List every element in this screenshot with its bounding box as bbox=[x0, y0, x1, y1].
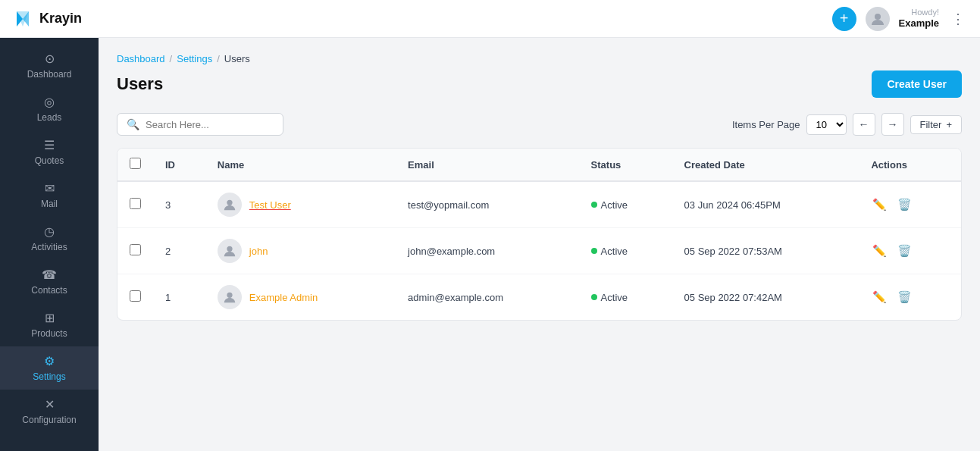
toolbar: 🔍 Items Per Page 10 25 50 ← → Filter + bbox=[117, 113, 962, 136]
row-checkbox-0[interactable] bbox=[130, 198, 141, 209]
edit-button-1[interactable]: ✏️ bbox=[871, 243, 888, 259]
sidebar: ⊙ Dashboard ◎ Leads ☰ Quotes ✉ Mail ◷ Ac… bbox=[0, 38, 99, 451]
status-label: Active bbox=[601, 199, 628, 211]
delete-button-0[interactable]: 🗑️ bbox=[896, 196, 913, 213]
row-id: 3 bbox=[153, 181, 205, 228]
row-checkbox-cell bbox=[117, 274, 153, 321]
row-user-name[interactable]: Test User bbox=[249, 199, 291, 211]
header-email: Email bbox=[396, 149, 579, 181]
row-email: admin@example.com bbox=[396, 274, 579, 321]
status-dot bbox=[591, 294, 597, 300]
search-icon: 🔍 bbox=[127, 118, 139, 130]
row-name-cell: Test User bbox=[205, 181, 396, 228]
contacts-icon: ☎ bbox=[42, 268, 57, 282]
configuration-icon: ✕ bbox=[45, 397, 55, 412]
sidebar-collapse[interactable]: ≡ bbox=[0, 433, 99, 451]
edit-button-2[interactable]: ✏️ bbox=[871, 289, 888, 305]
row-actions-cell: ✏️ 🗑️ bbox=[859, 181, 961, 228]
search-input[interactable] bbox=[146, 119, 274, 130]
sidebar-item-products[interactable]: ⊞ Products bbox=[0, 303, 99, 346]
header-name: Name bbox=[205, 149, 396, 181]
toolbar-right: Items Per Page 10 25 50 ← → Filter + bbox=[732, 113, 962, 136]
status-label: Active bbox=[601, 292, 628, 303]
row-email: test@yopmail.com bbox=[396, 181, 579, 228]
row-name-cell: john bbox=[205, 228, 396, 274]
status-dot bbox=[591, 248, 597, 254]
next-page-button[interactable]: → bbox=[881, 113, 904, 136]
header-id: ID bbox=[153, 149, 205, 181]
delete-button-1[interactable]: 🗑️ bbox=[896, 243, 913, 259]
sidebar-label-activities: Activities bbox=[31, 242, 67, 252]
table-header-row: ID Name Email Status Created Date Action… bbox=[117, 149, 961, 181]
breadcrumb-dashboard[interactable]: Dashboard bbox=[117, 53, 165, 64]
row-status: Active bbox=[579, 181, 672, 228]
add-button[interactable]: + bbox=[832, 7, 856, 31]
row-checkbox-cell bbox=[117, 181, 153, 228]
row-actions-cell: ✏️ 🗑️ bbox=[859, 228, 961, 274]
row-user-name[interactable]: Example Admin bbox=[249, 292, 318, 303]
users-table: ID Name Email Status Created Date Action… bbox=[117, 148, 962, 321]
status-label: Active bbox=[601, 246, 628, 257]
row-avatar bbox=[218, 285, 242, 309]
breadcrumb: Dashboard / Settings / Users bbox=[117, 53, 962, 64]
create-user-button[interactable]: Create User bbox=[872, 70, 962, 98]
table-row: 2 john john@example.com Active 05 Sep 20… bbox=[117, 228, 961, 274]
leads-icon: ◎ bbox=[44, 95, 55, 109]
header-created-date: Created Date bbox=[672, 149, 859, 181]
filter-button[interactable]: Filter + bbox=[910, 115, 962, 134]
app-name: Krayin bbox=[39, 11, 82, 27]
row-user-name[interactable]: john bbox=[249, 246, 268, 257]
row-email: john@example.com bbox=[396, 228, 579, 274]
prev-page-button[interactable]: ← bbox=[853, 113, 875, 136]
dashboard-icon: ⊙ bbox=[45, 52, 55, 66]
breadcrumb-users: Users bbox=[224, 53, 250, 64]
breadcrumb-settings[interactable]: Settings bbox=[177, 53, 212, 64]
sidebar-label-dashboard: Dashboard bbox=[27, 69, 72, 80]
header-checkbox-cell bbox=[117, 149, 153, 181]
krayin-logo-icon bbox=[12, 8, 33, 30]
row-checkbox-2[interactable] bbox=[130, 290, 141, 302]
user-menu-dots[interactable]: ⋮ bbox=[948, 8, 968, 30]
user-greeting: Howdy! bbox=[899, 8, 939, 17]
sidebar-label-mail: Mail bbox=[41, 199, 58, 209]
sidebar-label-configuration: Configuration bbox=[22, 415, 76, 425]
search-box: 🔍 bbox=[117, 113, 283, 136]
filter-label: Filter bbox=[920, 119, 942, 130]
svg-point-3 bbox=[875, 14, 881, 20]
row-id: 1 bbox=[153, 274, 205, 321]
delete-button-2[interactable]: 🗑️ bbox=[896, 289, 913, 305]
edit-button-0[interactable]: ✏️ bbox=[871, 196, 888, 213]
sidebar-item-settings[interactable]: ⚙ Settings bbox=[0, 346, 99, 390]
sidebar-item-dashboard[interactable]: ⊙ Dashboard bbox=[0, 44, 99, 87]
sidebar-label-contacts: Contacts bbox=[31, 285, 67, 296]
items-per-page-select[interactable]: 10 25 50 bbox=[806, 114, 847, 135]
sidebar-item-activities[interactable]: ◷ Activities bbox=[0, 217, 99, 260]
row-actions-cell: ✏️ 🗑️ bbox=[859, 274, 961, 321]
row-checkbox-1[interactable] bbox=[130, 244, 141, 255]
status-dot bbox=[591, 202, 597, 208]
row-status: Active bbox=[579, 274, 672, 321]
user-name: Example bbox=[899, 17, 939, 30]
sidebar-item-leads[interactable]: ◎ Leads bbox=[0, 87, 99, 130]
row-avatar bbox=[218, 193, 242, 217]
row-status: Active bbox=[579, 228, 672, 274]
user-avatar-icon bbox=[866, 7, 890, 31]
sidebar-item-configuration[interactable]: ✕ Configuration bbox=[0, 390, 99, 433]
select-all-checkbox[interactable] bbox=[130, 158, 141, 169]
collapse-icon: ≡ bbox=[45, 448, 52, 451]
sidebar-item-mail[interactable]: ✉ Mail bbox=[0, 174, 99, 217]
row-created-date: 05 Sep 2022 07:53AM bbox=[672, 228, 859, 274]
row-created-date: 03 Jun 2024 06:45PM bbox=[672, 181, 859, 228]
table-row: 1 Example Admin admin@example.com Active… bbox=[117, 274, 961, 321]
filter-plus-icon: + bbox=[946, 119, 952, 130]
sidebar-label-products: Products bbox=[31, 328, 67, 339]
main-content: Dashboard / Settings / Users Users Creat… bbox=[99, 38, 980, 451]
row-avatar bbox=[218, 239, 242, 263]
svg-point-6 bbox=[227, 293, 232, 298]
sidebar-item-quotes[interactable]: ☰ Quotes bbox=[0, 130, 99, 174]
header-right: + Howdy! Example ⋮ bbox=[832, 7, 968, 31]
svg-point-5 bbox=[227, 246, 232, 252]
sidebar-label-settings: Settings bbox=[33, 371, 65, 382]
sidebar-item-contacts[interactable]: ☎ Contacts bbox=[0, 260, 99, 303]
mail-icon: ✉ bbox=[45, 181, 55, 196]
